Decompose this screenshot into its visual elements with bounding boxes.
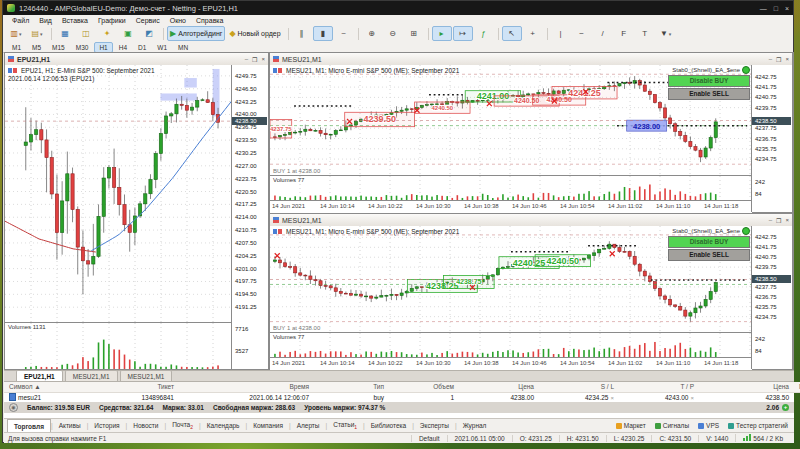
enable-sell-button[interactable]: Enable SELL	[668, 249, 750, 261]
toolbar-auto-scroll[interactable]: ▸	[432, 26, 452, 41]
minimize-button[interactable]: —	[760, 5, 767, 12]
chart-restore-icon[interactable]: ❐	[776, 56, 781, 63]
toolbar-vertical-line[interactable]: |	[551, 26, 571, 41]
chart-restore-icon[interactable]: ❐	[776, 217, 781, 224]
menu-Вставка[interactable]: Вставка	[57, 17, 93, 24]
tab-Торговля[interactable]: Торговля	[7, 419, 51, 433]
tab-Почта[interactable]: Почта2	[166, 421, 199, 430]
toolbar-line-mode[interactable]: ~	[334, 26, 354, 41]
toolbar-navigator[interactable]: ✦	[97, 26, 117, 41]
close-position-icon[interactable]: ×	[610, 395, 614, 401]
time-axis[interactable]: 14 Jun 202114 Jun 10:1414 Jun 10:2214 Ju…	[270, 357, 752, 370]
title-bar[interactable]: 1246440 - AMPGlobalEU-Demo: Демо-счет - …	[3, 1, 793, 15]
toolbar-crosshair[interactable]: +	[523, 26, 543, 41]
column-header[interactable]: Тип	[314, 382, 389, 393]
disable-buy-button[interactable]: Disable BUY	[668, 75, 750, 87]
one-click-trading-icon[interactable]	[273, 67, 283, 75]
chart-close-icon[interactable]: ×	[785, 56, 789, 63]
column-header[interactable]: Время	[179, 382, 314, 393]
toolbar-data-window[interactable]: ◫	[76, 26, 96, 41]
timeframe-D1[interactable]: D1	[133, 42, 151, 53]
timeframe-M15[interactable]: M15	[47, 42, 70, 53]
toolbar-profiles[interactable]: ▤▾	[27, 26, 47, 41]
timeframe-H4[interactable]: H4	[114, 42, 132, 53]
toolbar-cursor[interactable]: ↖	[502, 26, 522, 41]
toolbar-candles-mode[interactable]: ▮	[313, 26, 333, 41]
timeframe-W1[interactable]: W1	[152, 42, 172, 53]
toolbar-horizontal-line[interactable]: −	[572, 26, 592, 41]
column-header[interactable]: Цена	[699, 382, 794, 393]
enable-sell-button[interactable]: Enable SELL	[668, 88, 750, 100]
menu-Справка[interactable]: Справка	[191, 17, 228, 24]
toolbar-new-order[interactable]: ◆Новый ордер	[226, 26, 283, 41]
chart-tab-EPU21,H1[interactable]: EPU21,H1	[16, 370, 63, 381]
volume-pane[interactable]: Volumes 77	[270, 333, 752, 357]
price-pane[interactable]: 4238.254238.754240.254240.50 MESU21, M1:…	[270, 226, 752, 332]
timeframe-H1[interactable]: H1	[94, 42, 112, 53]
tab-Новости[interactable]: Новости	[127, 422, 164, 429]
tab-Компания[interactable]: Компания	[247, 422, 289, 429]
menu-Графики[interactable]: Графики	[93, 17, 131, 24]
chart-tab-MESU21,M1[interactable]: MESU21,M1	[65, 370, 118, 381]
menu-Окно[interactable]: Окно	[165, 17, 191, 24]
close-position-icon[interactable]: ×	[690, 395, 694, 401]
toolbar-zoom-out[interactable]: ⊖	[383, 26, 403, 41]
price-pane[interactable]: EPU21, H1: E-Mini S&P 500: September 202…	[5, 65, 232, 322]
timeframe-M1[interactable]: M1	[7, 42, 26, 53]
toolbar-trend-line[interactable]: /	[593, 26, 613, 41]
one-click-trading-icon[interactable]	[273, 228, 283, 236]
toolbar-new-chart[interactable]: ▥▾	[6, 26, 26, 41]
menu-Файл[interactable]: Файл	[7, 17, 34, 24]
timeframe-MN[interactable]: MN	[173, 42, 193, 53]
time-axis[interactable]: 14 Jun 202114 Jun 10:1414 Jun 10:2214 Ju…	[270, 200, 752, 213]
link-signals[interactable]: Сигналы	[655, 422, 689, 429]
toolbar-market-watch[interactable]: ▦	[55, 26, 75, 41]
toolbar-fibonacci[interactable]: F	[614, 26, 634, 41]
volume-pane[interactable]: Volumes 1131	[5, 323, 232, 369]
chart-window-epu21-h1[interactable]: EPU21,H1 – ❐ × EPU21, H1: E-Mini S&P 500…	[4, 52, 269, 370]
menu-Сервис[interactable]: Сервис	[131, 17, 165, 24]
chart-tab-MESU21,M1[interactable]: MESU21,M1	[120, 370, 173, 381]
chart-minimize-icon[interactable]: –	[769, 56, 772, 63]
menu-Вид[interactable]: Вид	[34, 17, 57, 24]
toolbar-indicators[interactable]: ƒ	[474, 26, 494, 41]
chart-minimize-icon[interactable]: –	[769, 217, 772, 224]
toolbar-algo-trading[interactable]: ▶Алготрейдинг	[167, 26, 225, 41]
column-header[interactable]: T / P	[619, 382, 699, 393]
toolbar-toolbox-panel[interactable]: ▣	[118, 26, 138, 41]
column-header[interactable]: Цена	[459, 382, 539, 393]
tab-Журнал[interactable]: Журнал	[457, 422, 493, 429]
column-header[interactable]: Тикет	[84, 382, 179, 393]
toolbar-tile-windows[interactable]: ⊞	[404, 26, 424, 41]
timeframe-M30[interactable]: M30	[71, 42, 94, 53]
tab-Активы[interactable]: Активы	[53, 422, 87, 429]
column-header[interactable]: Символ ▲	[4, 382, 84, 393]
toolbar-text-tool[interactable]: T	[635, 26, 655, 41]
column-header[interactable]: S / L	[539, 382, 619, 393]
price-scale[interactable]: 4242.754241.754240.754239.754237.754236.…	[751, 226, 792, 369]
column-header[interactable]: Объем	[389, 382, 459, 393]
column-header[interactable]: Прибыль	[794, 382, 800, 393]
chart-close-icon[interactable]: ×	[785, 217, 789, 224]
price-scale[interactable]: 4249.754246.504243.254240.004236.754233.…	[231, 65, 268, 369]
chart-minimize-icon[interactable]: –	[245, 56, 248, 63]
toolbar-chart-shift[interactable]: ↦	[453, 26, 473, 41]
tab-Библиотека[interactable]: Библиотека	[365, 422, 412, 429]
tab-Алерты[interactable]: Алерты	[291, 422, 326, 429]
volume-pane[interactable]: Volumes 77	[270, 176, 752, 200]
tab-Эксперты[interactable]: Эксперты	[414, 422, 455, 429]
tab-История[interactable]: История	[88, 422, 125, 429]
maximize-button[interactable]: □	[774, 5, 778, 12]
price-pane[interactable]: 4237.754239.504240.504241.004240.504240.…	[270, 65, 752, 175]
toolbar-zoom-in[interactable]: ⊕	[362, 26, 382, 41]
chart-window-mesu21-bottom[interactable]: MESU21,M1 – ❐ × 4238.254238.754240.25424…	[269, 213, 793, 370]
one-click-trading-icon[interactable]	[8, 67, 18, 75]
toolbar-objects[interactable]: ▼▾	[656, 26, 676, 41]
close-button[interactable]: ×	[785, 5, 789, 12]
toolbar-strategy-tester[interactable]: ◩	[139, 26, 159, 41]
chart-restore-icon[interactable]: ❐	[252, 56, 257, 63]
tab-Календарь[interactable]: Календарь	[201, 422, 246, 429]
chart-close-icon[interactable]: ×	[261, 56, 265, 63]
timeframe-M5[interactable]: M5	[27, 42, 46, 53]
toolbar-bars-mode[interactable]: ∥	[292, 26, 312, 41]
